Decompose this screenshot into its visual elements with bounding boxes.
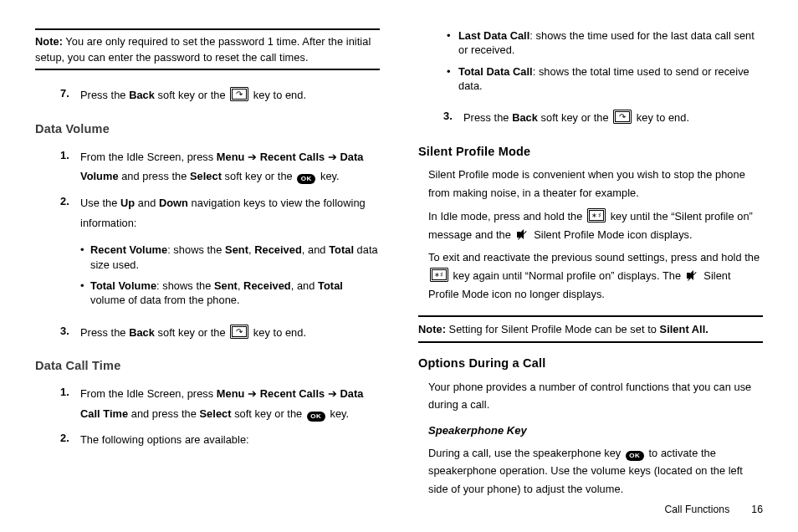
dct-bullets: Last Data Call: shows the time used for … [447, 28, 763, 100]
t: ➔ [325, 387, 340, 400]
note-box-2: Note: Setting for Silent Profile Mode ca… [418, 315, 763, 343]
t: Select [200, 407, 232, 420]
glyph: ∗♯ [588, 209, 605, 222]
end-key-icon: ↷ [230, 87, 248, 101]
dv-step-2-text: Use the Up and Down navigation keys to v… [80, 193, 380, 233]
step-7: Press the Back soft key or the ↷ key to … [35, 82, 380, 109]
t: key to end. [250, 89, 306, 101]
options-p2: During a call, use the speakerphone key … [428, 444, 763, 499]
t: soft key or the [155, 326, 228, 339]
t: Menu [217, 151, 245, 163]
t: Total [329, 243, 354, 256]
dv-step-3-text: Press the Back soft key or the ↷ key to … [80, 326, 306, 339]
t: Up [120, 197, 135, 209]
note-label: Note: [35, 35, 63, 48]
step-list-7: Press the Back soft key or the ↷ key to … [35, 82, 380, 109]
t: Received [243, 279, 291, 292]
t: and press the [128, 407, 199, 420]
t: volume of data from the phone. [90, 294, 240, 306]
silent-p2: In Idle mode, press and hold the ∗♯ key … [428, 207, 763, 244]
note-text: You are only required to set the passwor… [35, 35, 371, 64]
silent-p3: To exit and reactivate the previous soun… [428, 248, 763, 303]
t: Total [318, 279, 343, 292]
t: Total Data Call [458, 65, 533, 78]
t: Press the [80, 326, 129, 339]
page: Note: You are only required to set the p… [0, 0, 798, 532]
dct-bullet-2: Total Data Call: shows the total time us… [447, 64, 763, 100]
dv-step-2: Use the Up and Down navigation keys to v… [35, 190, 380, 319]
t: Setting for Silent Profile Mode can be s… [446, 323, 660, 335]
dct-step-3-text: Press the Back soft key or the ↷ key to … [463, 111, 689, 124]
t: key. [327, 407, 349, 420]
glyph: ↷ [231, 88, 248, 100]
t: Back [512, 111, 538, 124]
heading-data-volume: Data Volume [35, 120, 380, 139]
dv-step-3: Press the Back soft key or the ↷ key to … [35, 320, 380, 346]
t: Back [129, 89, 155, 101]
t: soft key or the [222, 170, 295, 182]
dv-bullets: Recent Volume: shows the Sent, Received,… [80, 241, 380, 312]
t: During a call, use the speakerphone key [428, 447, 624, 459]
step-7-text: Press the Back soft key or the ↷ key to … [80, 89, 306, 101]
hash-key-icon: ∗♯ [430, 268, 448, 282]
ok-key-icon: OK [297, 174, 315, 184]
t: In Idle mode, press and hold the [428, 210, 586, 223]
t: ➔ [244, 387, 259, 400]
dct-step-1-text: From the Idle Screen, press Menu ➔ Recen… [80, 384, 380, 423]
t: Sent [214, 279, 238, 292]
dct-step-2-text: The following options are available: [80, 433, 249, 446]
dv-bullet-2: Total Volume: shows the Sent, Received, … [80, 277, 380, 313]
glyph: ∗♯ [431, 269, 448, 281]
t: Last Data Call [458, 29, 529, 42]
t: To exit and reactivate the previous soun… [428, 251, 760, 263]
t: , [238, 279, 243, 292]
t: : shows the [167, 243, 225, 256]
heading-silent-profile: Silent Profile Mode [418, 143, 763, 161]
note-label: Note: [418, 323, 446, 335]
t: ➔ [325, 151, 340, 163]
t: Press the [463, 111, 512, 124]
dct-step-3: Press the Back soft key or the ↷ key to … [418, 105, 763, 131]
t: : shows the [156, 279, 214, 292]
silent-mode-icon [686, 270, 699, 281]
dv-step-1: From the Idle Screen, press Menu ➔ Recen… [35, 144, 380, 190]
dv-bullet-1: Recent Volume: shows the Sent, Received,… [80, 241, 380, 277]
dct-step-1: From the Idle Screen, press Menu ➔ Recen… [35, 381, 380, 427]
glyph: ↷ [614, 110, 631, 123]
options-p1: Your phone provides a number of control … [428, 378, 763, 415]
dct-bullet-1: Last Data Call: shows the time used for … [447, 28, 763, 64]
t: soft key or the [232, 407, 305, 420]
t: Received [254, 243, 302, 256]
t: Recent Calls [260, 151, 325, 163]
silent-p1: Silent Profile mode is convenient when y… [428, 166, 763, 202]
heading-data-call-time: Data Call Time [35, 357, 380, 376]
dct-step3-list: Press the Back soft key or the ↷ key to … [418, 105, 763, 131]
t: , and [291, 279, 318, 292]
t: From the Idle Screen, press [80, 151, 217, 163]
t: key to end. [250, 326, 306, 339]
end-key-icon: ↷ [230, 325, 248, 339]
page-footer: Call Functions16 [664, 502, 763, 517]
t: Recent Volume [90, 243, 167, 256]
left-column: Note: You are only required to set the p… [35, 28, 380, 515]
dct-step-2: The following options are available: [35, 427, 380, 453]
t: key. [317, 170, 339, 182]
t: Back [129, 326, 155, 339]
t: soft key or the [155, 89, 228, 101]
t: key again until “Normal profile on” disp… [450, 269, 684, 282]
t: Press the [80, 89, 129, 101]
right-column: Last Data Call: shows the time used for … [418, 28, 763, 515]
t: key to end. [633, 111, 689, 124]
silent-mode-icon [516, 229, 529, 240]
t: From the Idle Screen, press [80, 387, 217, 400]
t: and [135, 197, 159, 209]
t: and press the [119, 170, 190, 182]
t: Menu [217, 387, 245, 400]
t: Silent All. [660, 323, 708, 335]
t: , and [302, 243, 329, 256]
footer-section: Call Functions [664, 504, 729, 515]
heading-options-during-call: Options During a Call [418, 355, 763, 373]
ok-key-icon: OK [626, 451, 644, 461]
glyph: ↷ [231, 325, 248, 338]
t: ➔ [244, 151, 259, 163]
